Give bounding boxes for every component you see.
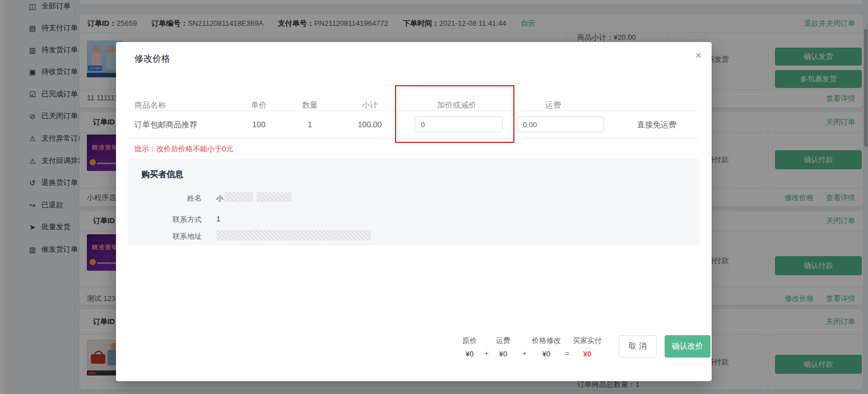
cell-unit-price: 100 [252,120,265,129]
freight-input[interactable] [517,117,604,132]
order-admin-page: ◫全部订单 ▤待支付订单 ▥待发货订单 ▣待收货订单 ☑已完成订单 ⊘已关闭订单… [0,0,868,394]
adjust-price-input[interactable] [415,117,503,132]
address-label: 联系地址 [157,231,202,242]
name-value: 小 [216,193,224,203]
col-header-subtotal: 小计 [362,100,378,110]
col-header-product-name: 商品名称 [134,100,166,110]
buyer-info-title: 购买者信息 [141,169,183,180]
col-header-qty: 数量 [302,100,318,110]
annotation-box [395,85,514,143]
redacted-address [216,230,371,240]
phone-value: 1 [216,215,220,223]
redacted-name [224,192,253,202]
summary-modify: 价格修改 ¥0 [527,336,566,359]
modify-price-modal: 修改价格 × 商品名称 单价 数量 小计 加价或减价 运费 订单包邮商品推荐 1… [116,42,712,381]
cell-subtotal: 100.00 [358,120,382,129]
modal-title: 修改价格 [134,53,170,65]
price-tip: 提示：改价后价格不能小于0元 [134,144,233,154]
cell-qty: 1 [308,120,312,129]
close-icon[interactable]: × [695,50,702,61]
cancel-button[interactable]: 取 消 [619,335,657,358]
cell-product-name: 订单包邮商品推荐 [134,120,197,130]
summary-paid: 买家实付 ¥0 [568,336,607,359]
redacted-name [257,192,291,202]
col-header-unit-price: 单价 [251,100,267,110]
plus-sign: + [522,349,527,358]
name-label: 姓名 [157,193,202,203]
confirm-modify-price-button[interactable]: 确认改价 [665,335,711,358]
col-header-freight: 运费 [545,100,561,110]
buyer-info-panel: 购买者信息 姓名 小 联系方式 1 联系地址 [128,159,700,245]
phone-label: 联系方式 [157,215,202,225]
summary-freight: 运费 ¥0 [484,336,523,359]
paid-amount: ¥0 [568,350,607,359]
col-header-adjust: 加价或减价 [437,100,476,110]
divider [129,138,699,138]
divider [129,110,699,111]
free-shipping-option[interactable]: 直接免运费 [637,120,676,130]
